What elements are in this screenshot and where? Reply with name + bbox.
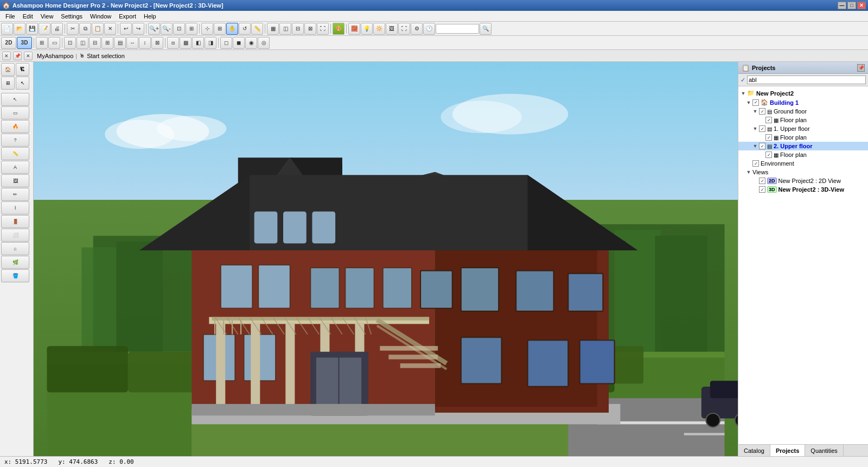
inner-close-icon[interactable]: ✕ [2, 52, 11, 60]
check-gf[interactable]: ✓ [759, 108, 765, 115]
sidebar-wall-btn[interactable]: ▭ [1, 106, 29, 119]
sidebar-door-btn[interactable]: 🚪 [1, 215, 29, 228]
redo-button[interactable]: ↪ [132, 23, 144, 35]
tree-views[interactable]: ▼ Views [738, 168, 868, 176]
sidebar-3d-btn[interactable]: 🏗 [16, 63, 29, 76]
sidebar-question-btn[interactable]: ? [1, 134, 29, 147]
cut-button[interactable]: ✂ [67, 23, 79, 35]
open-button[interactable]: 📂 [14, 23, 25, 35]
paste-button[interactable]: 📋 [92, 23, 104, 35]
menu-export[interactable]: Export [116, 12, 139, 21]
material-button[interactable]: 🧱 [348, 23, 360, 35]
copy-button[interactable]: ⧉ [79, 23, 91, 35]
tree-view-3d[interactable]: ✓ 3D New Project2 : 3D-View [738, 185, 868, 194]
check-fp3[interactable]: ✓ [765, 152, 772, 158]
inner-pin-icon[interactable]: 📌 [13, 52, 22, 60]
snap-button[interactable]: ⊹ [201, 23, 213, 35]
color-button[interactable]: 🎨 [333, 23, 344, 35]
measure-button[interactable]: 📏 [251, 23, 263, 35]
sidebar-landscape-btn[interactable]: 🌿 [1, 256, 29, 269]
tb2-p[interactable]: ◎ [258, 37, 270, 49]
tb2-n[interactable]: ◼ [233, 37, 245, 49]
sidebar-measure-btn[interactable]: 📏 [1, 147, 29, 160]
check-v2d[interactable]: ✓ [759, 178, 765, 184]
sidebar-fire-btn[interactable]: 🔥 [1, 120, 29, 133]
check-uf1[interactable]: ✓ [759, 125, 765, 132]
tb2-c[interactable]: ⊟ [89, 37, 101, 49]
sidebar-select-btn[interactable]: ↖ [16, 77, 29, 90]
fullscreen-button[interactable]: ⛶ [398, 23, 410, 35]
check-uf2[interactable]: ✓ [759, 143, 765, 149]
settings2-button[interactable]: ⚙ [411, 23, 423, 35]
search-input[interactable] [436, 24, 479, 34]
sidebar-roof-btn[interactable]: ⌂ [1, 242, 29, 255]
sidebar-paint-btn[interactable]: 🪣 [1, 269, 29, 282]
wall-toggle[interactable]: ▭ [48, 37, 60, 49]
zoom-window-button[interactable]: ⊞ [186, 23, 197, 35]
viewport-3d[interactable] [34, 62, 738, 456]
menu-help[interactable]: Help [141, 12, 159, 21]
tb2-o[interactable]: ◉ [245, 37, 257, 49]
menu-edit[interactable]: Edit [20, 12, 36, 21]
close-button[interactable]: ✕ [857, 2, 866, 9]
menu-window[interactable]: Window [87, 12, 114, 21]
tb2-k[interactable]: ◧ [192, 37, 204, 49]
sidebar-home-btn[interactable]: 🏠 [1, 63, 15, 76]
tb2-g[interactable]: ↕ [139, 37, 151, 49]
print-button[interactable]: 🖨 [51, 23, 63, 35]
zoom-in-button[interactable]: 🔍+ [148, 23, 160, 35]
tree-floor-plan-3[interactable]: ✓ ▦ Floor plan [738, 150, 868, 159]
sidebar-cursor-btn[interactable]: ↖ [1, 93, 29, 106]
check-fp1[interactable]: ✓ [765, 117, 772, 123]
tree-floor-plan-2[interactable]: ✓ ▦ Floor plan [738, 133, 868, 142]
pan-button[interactable]: ✋ [226, 23, 238, 35]
check-b1[interactable]: ✓ [752, 99, 759, 106]
shadow-button[interactable]: 🔆 [373, 23, 385, 35]
tree-new-project[interactable]: ▼ 📁 New Project2 [738, 89, 868, 98]
search-button[interactable]: 🔍 [480, 23, 492, 35]
tb2-d[interactable]: ⊞ [101, 37, 113, 49]
light-button[interactable]: 💡 [361, 23, 373, 35]
tab-projects[interactable]: Projects [770, 445, 805, 456]
tree-upper-floor-2[interactable]: ▼ ✓ ▤ 2. Upper floor [738, 142, 868, 150]
floor-toggle[interactable]: ⊞ [36, 37, 48, 49]
tab-quantities[interactable]: Quantities [805, 445, 844, 456]
restore-button[interactable]: □ [847, 2, 856, 9]
grid-button[interactable]: ⊞ [214, 23, 226, 35]
check-v3d[interactable]: ✓ [759, 186, 765, 193]
filter-input[interactable]: abl [747, 75, 866, 84]
tb2-j[interactable]: ▩ [180, 37, 192, 49]
tb2-m[interactable]: ◻ [220, 37, 232, 49]
tb2-h[interactable]: ⊠ [151, 37, 163, 49]
sidebar-image-btn[interactable]: 🖼 [1, 174, 29, 187]
delete-button[interactable]: ✕ [104, 23, 116, 35]
minimize-button[interactable]: — [838, 2, 846, 9]
sidebar-pen-btn[interactable]: ✏ [1, 188, 29, 201]
save-button[interactable]: 💾 [26, 23, 38, 35]
tb2-l[interactable]: ◨ [205, 37, 216, 49]
tb2-b[interactable]: ◫ [76, 37, 88, 49]
tb2-i[interactable]: ⧈ [167, 37, 179, 49]
sidebar-text-btn[interactable]: A [1, 161, 29, 174]
tb2-e[interactable]: ▤ [114, 37, 126, 49]
zoom-fit-button[interactable]: ⊡ [173, 23, 185, 35]
sidebar-stairs-btn[interactable]: ⌇ [1, 201, 29, 214]
rotate-button[interactable]: ↺ [239, 23, 251, 35]
menu-view[interactable]: View [37, 12, 57, 21]
check-env[interactable]: ✓ [752, 160, 759, 167]
sidebar-window-btn[interactable]: ⬜ [1, 229, 29, 242]
save-as-button[interactable]: 📝 [39, 23, 50, 35]
projects-pin-btn[interactable]: 📌 [857, 64, 865, 72]
clock-button[interactable]: 🕐 [423, 23, 435, 35]
tree-environment[interactable]: ✓ Environment [738, 159, 868, 168]
view-2d-button[interactable]: 2D [1, 37, 16, 49]
check-fp2[interactable]: ✓ [765, 134, 772, 141]
tb-btn-b[interactable]: ◫ [279, 23, 291, 35]
tree-upper-floor-1[interactable]: ▼ ✓ ▤ 1. Upper floor [738, 124, 868, 133]
zoom-out-button[interactable]: 🔍- [161, 23, 173, 35]
undo-button[interactable]: ↩ [120, 23, 132, 35]
tb2-f[interactable]: ↔ [126, 37, 138, 49]
menu-settings[interactable]: Settings [58, 12, 86, 21]
view-3d-button[interactable]: 3D [17, 37, 32, 49]
new-button[interactable]: 📄 [1, 23, 13, 35]
